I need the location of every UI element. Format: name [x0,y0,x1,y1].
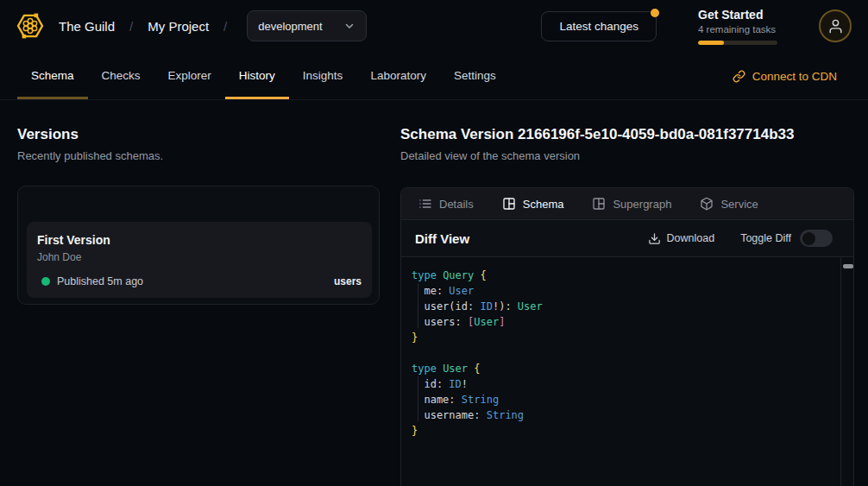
app-header: The Guild / My Project / development Lat… [0,0,868,52]
schema-version-subtitle: Detailed view of the schema version [400,149,580,162]
header-right-group: Latest changes Get Started 4 remaining t… [541,8,852,45]
toggle-diff-switch[interactable] [800,230,833,247]
get-started-title: Get Started [698,8,777,22]
target-nav: Schema Checks Explorer History Insights … [0,52,868,100]
schema-version-title: Schema Version 2166196f-5e10-4059-bd0a-0… [400,126,794,143]
version-service-badge: users [334,275,362,287]
progress-fill [698,41,724,45]
nav-tab-label: Explorer [168,69,211,82]
guild-logo-icon[interactable] [14,9,47,42]
tab-label: Schema [523,198,564,211]
schema-sdl-code: type Query { me: User user(id: ID!): Use… [401,257,853,486]
tab-label: Supergraph [613,198,671,211]
nav-tab-schema[interactable]: Schema [17,52,88,99]
breadcrumb-separator: / [129,19,133,34]
connect-to-cdn-label: Connect to CDN [752,70,837,83]
code-lines: type Query { me: User user(id: ID!): Use… [412,268,853,439]
tab-underline [17,97,88,99]
published-status-dot [41,277,50,286]
connect-to-cdn-link[interactable]: Connect to CDN [733,52,837,100]
indent-guide [418,283,418,328]
diff-view-header: Diff View Download Toggle Diff [401,220,853,257]
indent-guide [418,376,418,421]
target-selector[interactable]: development [247,10,366,41]
tab-schema[interactable]: Schema [502,197,564,211]
tab-service[interactable]: Service [700,197,758,211]
nav-tab-history[interactable]: History [225,52,289,99]
versions-list: First Version John Doe Published 5m ago … [17,186,380,305]
nav-tab-label: Settings [454,69,496,82]
target-selector-value: development [258,20,322,33]
tab-supergraph[interactable]: Supergraph [592,197,671,211]
get-started-progress [698,41,777,45]
code-scrollbar[interactable] [840,257,853,486]
toggle-diff-label: Toggle Diff [740,232,791,244]
nav-tab-checks[interactable]: Checks [88,52,154,99]
tab-label: Service [720,198,758,211]
download-icon [648,232,661,245]
version-name: First Version [37,233,362,247]
columns-icon [502,197,516,211]
columns-icon [592,197,606,211]
nav-tab-laboratory[interactable]: Laboratory [356,52,440,99]
nav-tab-label: Insights [303,69,343,82]
version-author: John Doe [37,251,362,263]
version-meta-row: Published 5m ago users [37,275,362,287]
project-link[interactable]: My Project [148,19,209,34]
toggle-knob [802,232,815,245]
tab-label: Details [439,198,474,211]
nav-tab-explorer[interactable]: Explorer [154,52,225,99]
chevron-down-icon [343,20,355,32]
tab-details[interactable]: Details [418,197,474,211]
scrollbar-thumb[interactable] [843,264,853,268]
avatar[interactable] [819,9,852,42]
breadcrumb-separator: / [223,19,227,34]
box-icon [700,197,714,211]
link-icon [733,70,745,83]
user-icon [827,18,844,35]
version-list-item[interactable]: First Version John Doe Published 5m ago … [27,222,372,298]
latest-changes-button[interactable]: Latest changes [541,11,657,41]
version-status: Published 5m ago [57,275,143,287]
get-started-subtitle: 4 remaining tasks [698,24,777,35]
nav-tab-label: History [239,69,275,82]
latest-changes-label: Latest changes [559,20,638,33]
detail-tab-bar: Details Schema Supergraph [401,188,853,220]
versions-title: Versions [17,126,79,143]
nav-tab-label: Laboratory [370,69,426,82]
org-link[interactable]: The Guild [59,19,115,34]
notification-dot [651,9,659,17]
diff-view-title: Diff View [415,231,469,246]
versions-subtitle: Recently published schemas. [17,149,163,162]
download-label: Download [667,232,715,244]
tab-underline-active [225,97,289,99]
get-started-widget[interactable]: Get Started 4 remaining tasks [698,8,777,45]
schema-version-panel: Details Schema Supergraph [400,187,854,486]
list-icon [418,197,432,211]
nav-tab-label: Schema [31,69,74,82]
nav-tab-label: Checks [102,69,141,82]
nav-tab-settings[interactable]: Settings [440,52,510,99]
nav-tab-insights[interactable]: Insights [289,52,357,99]
download-button[interactable]: Download [648,232,715,245]
